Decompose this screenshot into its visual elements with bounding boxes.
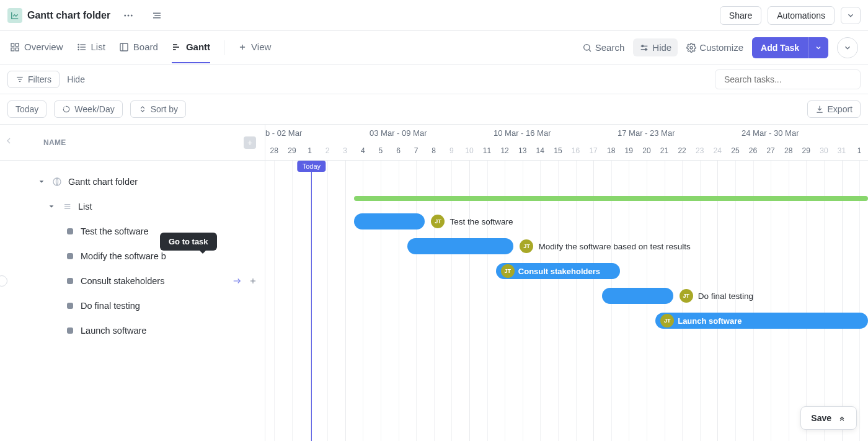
- add-task-dropdown[interactable]: [808, 37, 828, 58]
- search-action[interactable]: Search: [582, 42, 625, 53]
- day-label: 24: [709, 146, 727, 155]
- task-row[interactable]: Launch software: [0, 318, 265, 343]
- weekday-button[interactable]: Week/Day: [54, 100, 122, 118]
- add-subtask-icon[interactable]: [249, 277, 257, 285]
- export-button[interactable]: Export: [807, 100, 861, 118]
- day-label: 6: [389, 146, 407, 155]
- avatar: JT: [431, 215, 445, 228]
- day-label: 31: [833, 146, 851, 155]
- gantt-bar[interactable]: JTLaunch software: [655, 313, 868, 329]
- search-input[interactable]: [715, 69, 861, 89]
- tab-overview[interactable]: Overview: [10, 32, 63, 63]
- day-label: 10: [461, 146, 479, 155]
- status-dot: [67, 278, 73, 284]
- day-label: 27: [762, 146, 780, 155]
- day-label: 28: [779, 146, 797, 155]
- task-row[interactable]: Consult stakeholders: [0, 269, 265, 293]
- status-dot: [67, 228, 73, 234]
- gantt-bar-label: JTTest the software: [431, 215, 513, 228]
- more-icon[interactable]: [118, 5, 139, 26]
- gantt-bar-label: JTDo final testing: [680, 289, 753, 303]
- day-label: 29: [797, 146, 815, 155]
- collapse-sidebar-icon[interactable]: [4, 136, 14, 146]
- list-icon: [61, 202, 73, 212]
- day-label: 26: [744, 146, 762, 155]
- automations-button[interactable]: Automations: [768, 6, 835, 25]
- day-label: 3: [336, 146, 354, 155]
- svg-point-29: [690, 47, 693, 49]
- day-label: 8: [425, 146, 443, 155]
- day-label: 1: [851, 146, 868, 155]
- day-label: 17: [585, 146, 603, 155]
- today-button[interactable]: Today: [7, 100, 46, 118]
- tree-list[interactable]: List: [0, 194, 265, 219]
- day-label: 29: [283, 146, 301, 155]
- day-label: 9: [443, 146, 461, 155]
- chevron-down-icon[interactable]: [37, 179, 46, 185]
- add-task-button[interactable]: Add Task: [752, 37, 828, 58]
- share-button[interactable]: Share: [720, 6, 761, 25]
- name-column-header: NAME: [43, 138, 66, 147]
- day-label: 2: [319, 146, 337, 155]
- task-row[interactable]: Test the software: [0, 219, 265, 244]
- svg-point-2: [131, 14, 133, 16]
- tab-add-view[interactable]: View: [238, 32, 271, 63]
- add-column-button[interactable]: +: [244, 136, 256, 149]
- svg-line-24: [588, 49, 590, 51]
- gantt-bar[interactable]: [354, 213, 425, 229]
- day-label: 11: [478, 146, 496, 155]
- svg-point-0: [124, 14, 126, 16]
- save-button[interactable]: Save: [800, 406, 857, 430]
- hide-link[interactable]: Hide: [67, 74, 85, 84]
- hide-action[interactable]: Hide: [633, 38, 678, 56]
- svg-rect-8: [11, 48, 14, 51]
- status-dot: [67, 253, 73, 259]
- week-label: 17 Mar - 23 Mar: [618, 128, 675, 138]
- tooltip: Go to task: [160, 233, 217, 251]
- svg-rect-9: [16, 48, 19, 51]
- more-options-button[interactable]: [837, 37, 858, 58]
- day-label: 5: [372, 146, 390, 155]
- tab-board[interactable]: Board: [119, 32, 158, 63]
- day-label: 7: [407, 146, 425, 155]
- task-row[interactable]: Do final testing: [0, 293, 265, 318]
- chevron-down-icon[interactable]: [47, 203, 56, 210]
- filters-button[interactable]: Filters: [7, 71, 60, 88]
- tab-gantt[interactable]: Gantt: [172, 32, 210, 63]
- status-dot: [67, 303, 73, 309]
- goto-task-icon[interactable]: [231, 277, 242, 285]
- week-label: 03 Mar - 09 Mar: [370, 128, 427, 138]
- customize-action[interactable]: Customize: [686, 42, 743, 53]
- week-label: b - 02 Mar: [265, 128, 302, 138]
- gantt-bar[interactable]: JTConsult stakeholders: [496, 263, 620, 279]
- today-label: Today: [298, 161, 326, 172]
- day-label: 16: [567, 146, 585, 155]
- gantt-bar[interactable]: [407, 238, 514, 254]
- day-label: 21: [655, 146, 673, 155]
- day-label: 4: [354, 146, 372, 155]
- gantt-bar[interactable]: [602, 288, 673, 304]
- folder-icon: [51, 177, 63, 187]
- tab-list[interactable]: List: [77, 32, 105, 63]
- avatar: JT: [501, 264, 515, 278]
- expand-icon[interactable]: [146, 5, 167, 26]
- status-dot: [67, 327, 73, 334]
- summary-bar[interactable]: [354, 196, 868, 201]
- week-label: 24 Mar - 30 Mar: [742, 128, 799, 138]
- svg-point-15: [78, 49, 79, 50]
- svg-point-23: [583, 44, 589, 50]
- day-label: 19: [620, 146, 638, 155]
- svg-point-27: [642, 45, 644, 47]
- automations-caret[interactable]: [841, 7, 861, 24]
- sortby-button[interactable]: Sort by: [130, 100, 186, 118]
- day-label: 1: [301, 146, 319, 155]
- avatar: JT: [680, 289, 693, 303]
- tree-folder[interactable]: Gantt chart folder: [0, 169, 265, 194]
- day-label: 12: [496, 146, 514, 155]
- row-select-circle[interactable]: [0, 275, 7, 287]
- day-label: 22: [673, 146, 691, 155]
- chart-icon: [7, 8, 22, 23]
- day-label: 13: [513, 146, 531, 155]
- task-row[interactable]: Modify the software b Go to task: [0, 244, 265, 269]
- svg-rect-6: [11, 43, 14, 47]
